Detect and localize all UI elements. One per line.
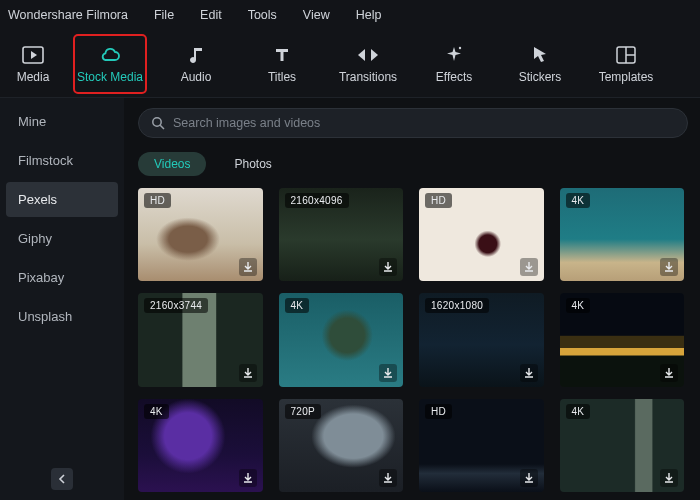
tab-photos[interactable]: Photos [218,152,287,176]
svg-line-9 [160,125,164,129]
search-icon [151,116,165,130]
download-icon [523,367,535,379]
media-card[interactable]: 2160x3744 [138,293,263,386]
menu-view[interactable]: View [303,8,330,22]
toolbar: Media Stock Media Audio Titles Transitio… [0,30,700,98]
download-icon [523,472,535,484]
resolution-badge: 4K [144,404,169,419]
tab-stickers[interactable]: Stickers [504,35,576,93]
media-card[interactable]: HD [419,399,544,492]
resolution-badge: 4K [566,298,591,313]
tab-transitions[interactable]: Transitions [332,35,404,93]
download-button[interactable] [660,364,678,382]
menu-help[interactable]: Help [356,8,382,22]
tab-templates[interactable]: Templates [590,35,662,93]
sidebar-item-giphy[interactable]: Giphy [6,221,118,256]
media-card[interactable]: 1620x1080 [419,293,544,386]
svg-point-4 [459,46,461,48]
media-grid: HD 2160x4096 HD 4K 2160x3744 4K [138,188,688,500]
svg-marker-2 [358,49,365,61]
resolution-badge: 4K [566,193,591,208]
download-icon [382,261,394,273]
tab-effects[interactable]: Effects [418,35,490,93]
resolution-badge: HD [425,404,452,419]
svg-point-8 [153,118,161,126]
sidebar-item-pexels[interactable]: Pexels [6,182,118,217]
resolution-badge: 2160x4096 [285,193,349,208]
resolution-badge: 4K [285,298,310,313]
tab-media[interactable]: Media [6,35,60,93]
tab-stock-media-label: Stock Media [77,70,143,84]
download-icon [242,472,254,484]
menu-tools[interactable]: Tools [248,8,277,22]
download-button[interactable] [520,364,538,382]
download-button[interactable] [239,364,257,382]
media-card[interactable]: HD [419,188,544,281]
resolution-badge: HD [425,193,452,208]
tab-stock-media[interactable]: Stock Media [74,35,146,93]
tab-templates-label: Templates [599,70,654,84]
tab-audio-label: Audio [181,70,212,84]
tab-videos[interactable]: Videos [138,152,206,176]
download-button[interactable] [239,469,257,487]
menu-file[interactable]: File [154,8,174,22]
tab-titles[interactable]: Titles [246,35,318,93]
download-icon [382,367,394,379]
app-title: Wondershare Filmora [8,8,128,22]
tab-audio[interactable]: Audio [160,35,232,93]
sidebar-item-filmstock[interactable]: Filmstock [6,143,118,178]
download-button[interactable] [379,258,397,276]
resolution-badge: 2160x3744 [144,298,208,313]
search-input[interactable] [173,116,675,130]
media-card[interactable]: 4K [560,293,685,386]
download-button[interactable] [520,258,538,276]
sidebar-item-mine[interactable]: Mine [6,104,118,139]
media-icon [22,44,44,66]
sidebar: Mine Filmstock Pexels Giphy Pixabay Unsp… [0,98,124,500]
download-icon [663,261,675,273]
download-icon [242,261,254,273]
tab-transitions-label: Transitions [339,70,397,84]
cloud-icon [98,44,122,66]
tab-media-label: Media [17,70,50,84]
tab-stickers-label: Stickers [519,70,562,84]
download-button[interactable] [379,364,397,382]
download-button[interactable] [379,469,397,487]
download-icon [523,261,535,273]
svg-marker-1 [31,51,37,59]
sidebar-item-pixabay[interactable]: Pixabay [6,260,118,295]
sidebar-collapse-button[interactable] [51,468,73,490]
download-icon [382,472,394,484]
transitions-icon [357,44,379,66]
download-button[interactable] [239,258,257,276]
chevron-left-icon [58,474,66,484]
content-panel: Videos Photos HD 2160x4096 HD 4K 2160x37… [124,98,700,500]
download-button[interactable] [660,258,678,276]
menu-edit[interactable]: Edit [200,8,222,22]
media-card[interactable]: 4K [560,188,685,281]
menu-bar: Wondershare Filmora File Edit Tools View… [0,0,700,30]
layout-icon [616,44,636,66]
media-card[interactable]: 4K [560,399,685,492]
resolution-badge: 720P [285,404,322,419]
sidebar-item-unsplash[interactable]: Unsplash [6,299,118,334]
download-icon [663,472,675,484]
download-icon [663,367,675,379]
media-card[interactable]: 2160x4096 [279,188,404,281]
search-bar[interactable] [138,108,688,138]
media-card[interactable]: HD [138,188,263,281]
text-icon [273,44,291,66]
resolution-badge: HD [144,193,171,208]
resolution-badge: 1620x1080 [425,298,489,313]
media-type-tabs: Videos Photos [138,152,688,176]
download-button[interactable] [660,469,678,487]
download-button[interactable] [520,469,538,487]
resolution-badge: 4K [566,404,591,419]
media-card[interactable]: 4K [138,399,263,492]
tab-titles-label: Titles [268,70,296,84]
media-card[interactable]: 4K [279,293,404,386]
main-area: Mine Filmstock Pexels Giphy Pixabay Unsp… [0,98,700,500]
download-icon [242,367,254,379]
media-card[interactable]: 720P [279,399,404,492]
music-note-icon [187,44,205,66]
